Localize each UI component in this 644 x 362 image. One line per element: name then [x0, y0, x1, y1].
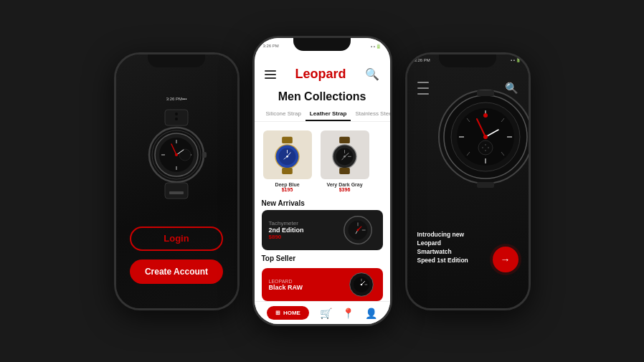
- svg-rect-17: [169, 191, 184, 194]
- svg-rect-26: [339, 136, 350, 143]
- logo: Leopard: [295, 67, 346, 82]
- top-seller-text: LEOPARD Black RAW: [269, 279, 303, 291]
- home-label: HOME: [283, 310, 300, 316]
- watch-svg-1: [133, 108, 219, 201]
- watch-name-2: Very Dark Gray: [326, 182, 362, 187]
- new-arrivals-label: New Arrivals: [255, 195, 390, 210]
- notch-2: [293, 38, 351, 51]
- top-seller-card[interactable]: LEOPARD Black RAW: [262, 268, 383, 301]
- svg-rect-71: [477, 182, 494, 188]
- svg-point-67: [483, 135, 488, 139]
- svg-rect-16: [165, 183, 188, 199]
- new-arrivals-price: $890: [269, 234, 340, 240]
- phone2-header: Leopard 🔍: [255, 51, 390, 87]
- status-icons-2: ▪ ▪ 🔋: [371, 44, 382, 49]
- status-time-3: 3:26 PM: [415, 58, 430, 62]
- watch-name-1: Deep Blue: [275, 182, 299, 187]
- new-arrivals-subtitle: Tachymeter: [269, 220, 340, 227]
- top-seller-watch-svg: [347, 270, 376, 299]
- watch-large-svg: [428, 76, 529, 191]
- new-arrivals-img: [340, 212, 376, 248]
- phone-1-screen: 3:26 PM ▪▪▪: [116, 54, 237, 308]
- status-time-1: 3:26 PM: [166, 97, 182, 101]
- hamburger-line: [265, 74, 276, 75]
- svg-rect-25: [282, 167, 293, 173]
- new-arrivals-text: Tachymeter 2nd Edition $890: [269, 220, 340, 240]
- phones-container: 3:26 PM ▪▪▪: [100, 22, 545, 340]
- phone-3: 3:26 PM ▪ ▪ 🔋 🔍: [405, 52, 531, 310]
- tab-leather[interactable]: Leather Strap: [306, 108, 351, 121]
- bottom-nav: ⊞ HOME 🛒 📍 👤: [255, 301, 390, 324]
- watch-illustration-3: [428, 76, 529, 191]
- collections-title: Men Collections: [255, 87, 390, 108]
- watches-row: Deep Blue $195: [255, 128, 390, 195]
- new-arrivals-card[interactable]: Tachymeter 2nd Edition $890: [262, 210, 383, 250]
- top-seller-label: Top Seller: [255, 250, 390, 265]
- svg-point-2: [175, 118, 178, 120]
- location-nav-icon[interactable]: 📍: [342, 308, 354, 319]
- search-icon[interactable]: 🔍: [365, 67, 379, 81]
- new-arrivals-name: 2nd Edition: [269, 227, 340, 234]
- phone3-product-text: Introducing newLeopardSmartwatchSpeed 1s…: [417, 231, 486, 265]
- watch-price-2: $396: [339, 187, 351, 192]
- new-arrivals-watch-svg: [341, 213, 375, 247]
- watch-illustration-1: [130, 105, 223, 205]
- svg-point-41: [356, 229, 359, 232]
- svg-point-33: [344, 155, 346, 157]
- hamburger-line: [265, 70, 276, 72]
- svg-rect-34: [339, 167, 350, 173]
- watch-dark-svg: [325, 135, 364, 175]
- hamburger-menu[interactable]: [265, 70, 276, 79]
- cart-nav-icon[interactable]: 🛒: [320, 308, 332, 319]
- svg-rect-15: [202, 152, 207, 158]
- svg-point-11: [179, 149, 191, 161]
- watch-price-1: $195: [282, 187, 293, 192]
- home-grid-icon: ⊞: [275, 310, 280, 316]
- phone-2: 3:26 PM ▪ ▪ 🔋 Leopard 🔍 Men Collections …: [252, 36, 392, 326]
- notch-1: [148, 54, 205, 67]
- arrow-button[interactable]: →: [493, 247, 518, 272]
- svg-point-24: [286, 155, 288, 157]
- watch-card-1[interactable]: Deep Blue $195: [262, 130, 313, 192]
- tab-stainless[interactable]: Stainless Steel: [351, 108, 389, 121]
- profile-nav-icon[interactable]: 👤: [365, 308, 377, 319]
- arrow-icon: →: [501, 254, 511, 265]
- svg-point-60: [478, 140, 493, 155]
- tab-silicone[interactable]: Silicone Strap: [262, 108, 306, 121]
- hamburger-line-3: [417, 82, 429, 83]
- login-button[interactable]: Login: [130, 227, 223, 251]
- hamburger-menu-3[interactable]: [417, 82, 429, 95]
- svg-point-14: [175, 153, 178, 156]
- status-icons-3: ▪ ▪ 🔋: [511, 57, 521, 62]
- hamburger-line: [265, 77, 276, 79]
- svg-point-68: [483, 113, 488, 118]
- watch-blue-svg: [267, 135, 307, 175]
- home-nav-button[interactable]: ⊞ HOME: [267, 306, 309, 320]
- hamburger-line-3: [417, 93, 429, 95]
- status-time-2: 3:26 PM: [263, 44, 279, 48]
- svg-rect-70: [477, 90, 494, 96]
- intro-text: Introducing newLeopardSmartwatchSpeed 1s…: [417, 231, 486, 265]
- hamburger-line-3: [417, 87, 429, 89]
- top-seller-subtitle: LEOPARD: [269, 279, 303, 284]
- status-icons-1: ▪▪▪: [182, 97, 186, 101]
- svg-point-47: [360, 284, 362, 286]
- notch-3: [439, 54, 496, 67]
- phone-2-screen: 3:26 PM ▪ ▪ 🔋 Leopard 🔍 Men Collections …: [255, 38, 390, 324]
- category-tabs: Silicone Strap Leather Strap Stainless S…: [255, 108, 390, 122]
- status-bar-1: 3:26 PM ▪▪▪: [159, 93, 194, 105]
- phone-3-screen: 3:26 PM ▪ ▪ 🔋 🔍: [407, 54, 529, 308]
- top-seller-name: Black RAW: [269, 284, 303, 291]
- svg-rect-18: [282, 136, 293, 143]
- watch-img-2: [321, 130, 369, 179]
- create-account-button[interactable]: Create Account: [130, 259, 223, 284]
- svg-point-1: [175, 113, 178, 115]
- watch-card-2[interactable]: Very Dark Gray $396: [319, 130, 371, 192]
- phone-1: 3:26 PM ▪▪▪: [114, 52, 240, 310]
- watch-img-1: [263, 130, 312, 179]
